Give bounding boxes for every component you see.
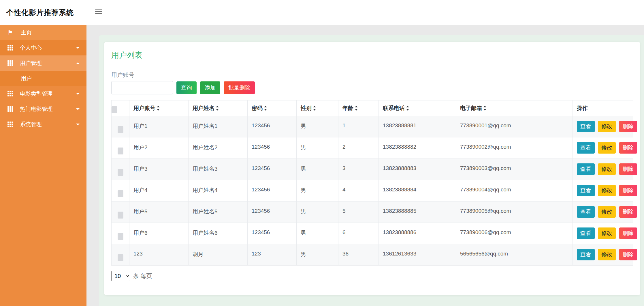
row-checkbox[interactable] [118, 254, 123, 261]
cell-name: 用户姓名6 [189, 223, 248, 244]
cell-account: 用户6 [129, 223, 189, 244]
column-header-name[interactable]: 用户姓名 [189, 100, 248, 116]
sidebar-menu: ⚑ 主页 个人中心 用户管理 用户 电影类型管理 热门电影管理 系统管理 [0, 25, 86, 132]
edit-button[interactable]: 修改 [598, 249, 616, 260]
cell-password: 123456 [248, 201, 297, 223]
chevron-down-icon [76, 47, 80, 49]
cell-age: 5 [338, 201, 379, 223]
sort-icon [406, 106, 409, 111]
batch-delete-button[interactable]: 批量删除 [224, 81, 255, 94]
view-button[interactable]: 查看 [577, 185, 595, 196]
row-checkbox[interactable] [118, 126, 123, 133]
sidebar-item-label: 热门电影管理 [20, 105, 53, 113]
cell-email: 773890005@qq.com [456, 201, 573, 223]
select-all-header-cell [112, 100, 129, 116]
cell-password: 123456 [248, 223, 297, 244]
sort-icon [157, 106, 160, 111]
row-checkbox[interactable] [118, 190, 123, 197]
cell-gender: 男 [297, 116, 338, 137]
grid-icon [7, 106, 13, 112]
sidebar-item-user[interactable]: 用户 [0, 71, 86, 86]
delete-button[interactable]: 删除 [619, 249, 637, 260]
cell-age: 4 [338, 180, 379, 201]
view-button[interactable]: 查看 [577, 142, 595, 154]
column-header-account[interactable]: 用户账号 [129, 100, 189, 116]
cell-phone: 13612613633 [379, 244, 456, 266]
sidebar-item-hot-movie-management[interactable]: 热门电影管理 [0, 101, 86, 117]
account-search-input[interactable] [111, 81, 173, 94]
view-button[interactable]: 查看 [577, 249, 595, 260]
cell-age: 2 [338, 137, 379, 159]
cell-account: 123 [129, 244, 189, 266]
actions-cell: 查看 修改 删除 [573, 244, 633, 266]
edit-button[interactable]: 修改 [598, 121, 616, 132]
user-table: 用户账号 用户姓名 密码 性别 年龄 联系电话 [111, 100, 633, 266]
delete-button[interactable]: 删除 [619, 121, 637, 132]
row-checkbox[interactable] [118, 148, 123, 154]
cell-gender: 男 [297, 137, 338, 159]
view-button[interactable]: 查看 [577, 163, 595, 175]
column-header-label: 年龄 [342, 105, 353, 112]
delete-button[interactable]: 删除 [619, 185, 637, 196]
column-header-age[interactable]: 年龄 [338, 100, 379, 116]
delete-button[interactable]: 删除 [619, 142, 637, 154]
cell-email: 773890003@qq.com [456, 159, 573, 180]
table-body: 用户1 用户姓名1 123456 男 1 13823888881 7738900… [112, 116, 633, 266]
row-checkbox[interactable] [118, 212, 123, 219]
sort-icon [216, 106, 219, 111]
cell-gender: 男 [297, 201, 338, 223]
cell-gender: 男 [297, 223, 338, 244]
sidebar-item-movie-type-management[interactable]: 电影类型管理 [0, 86, 86, 101]
row-checkbox[interactable] [118, 169, 123, 176]
edit-button[interactable]: 修改 [598, 163, 616, 175]
table-row: 123 胡月 123 男 36 13612613633 56565656@qq.… [112, 244, 633, 266]
cell-phone: 13823888881 [379, 116, 456, 137]
delete-button[interactable]: 删除 [619, 227, 637, 239]
edit-button[interactable]: 修改 [598, 142, 616, 154]
flag-icon: ⚑ [7, 29, 14, 36]
column-header-label: 用户姓名 [193, 105, 214, 112]
chevron-down-icon [76, 108, 80, 110]
edit-button[interactable]: 修改 [598, 227, 616, 239]
cell-email: 773890001@qq.com [456, 116, 573, 137]
sidebar-item-user-management[interactable]: 用户管理 [0, 55, 86, 71]
search-label: 用户账号 [111, 71, 633, 79]
view-button[interactable]: 查看 [577, 227, 595, 239]
sidebar-item-label: 个人中心 [20, 44, 42, 52]
delete-button[interactable]: 删除 [619, 163, 637, 175]
table-row: 用户2 用户姓名2 123456 男 2 13823888882 7738900… [112, 137, 633, 159]
select-all-checkbox[interactable] [112, 106, 117, 113]
view-button[interactable]: 查看 [577, 206, 595, 218]
sidebar-item-system-management[interactable]: 系统管理 [0, 117, 86, 132]
cell-account: 用户4 [129, 180, 189, 201]
cell-gender: 男 [297, 244, 338, 266]
cell-account: 用户2 [129, 137, 189, 159]
edit-button[interactable]: 修改 [598, 206, 616, 218]
column-header-label: 操作 [577, 105, 588, 112]
add-button[interactable]: 添加 [200, 81, 220, 94]
page-size-select[interactable]: 10 [111, 271, 130, 281]
actions-cell: 查看 修改 删除 [573, 201, 633, 223]
column-header-phone[interactable]: 联系电话 [379, 100, 456, 116]
actions-cell: 查看 修改 删除 [573, 116, 633, 137]
table-header-row: 用户账号 用户姓名 密码 性别 年龄 联系电话 [112, 100, 633, 116]
menu-toggle-icon[interactable] [95, 9, 102, 16]
column-header-label: 电子邮箱 [460, 105, 482, 112]
cell-password: 123456 [248, 137, 297, 159]
delete-button[interactable]: 删除 [619, 206, 637, 218]
actions-cell: 查看 修改 删除 [573, 223, 633, 244]
column-header-password[interactable]: 密码 [248, 100, 297, 116]
edit-button[interactable]: 修改 [598, 185, 616, 196]
cell-phone: 13823888885 [379, 201, 456, 223]
query-button[interactable]: 查询 [176, 81, 197, 94]
sidebar-item-label: 用户 [21, 75, 32, 82]
view-button[interactable]: 查看 [577, 121, 595, 132]
cell-email: 773890002@qq.com [456, 137, 573, 159]
cell-name: 用户姓名5 [189, 201, 248, 223]
sidebar-item-home[interactable]: ⚑ 主页 [0, 25, 86, 40]
row-checkbox[interactable] [118, 233, 123, 240]
column-header-gender[interactable]: 性别 [297, 100, 338, 116]
column-header-email[interactable]: 电子邮箱 [456, 100, 573, 116]
cell-email: 773890004@qq.com [456, 180, 573, 201]
sidebar-item-personal-center[interactable]: 个人中心 [0, 40, 86, 55]
